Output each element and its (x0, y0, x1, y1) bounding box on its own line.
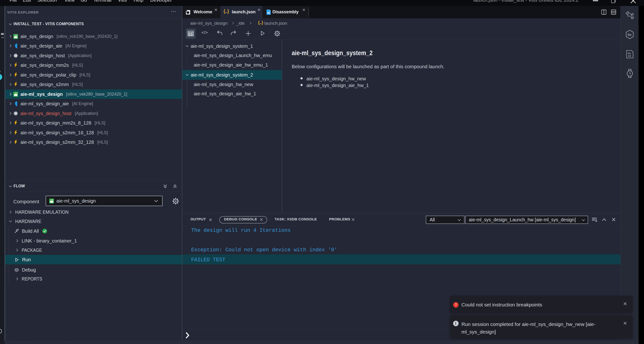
svg-text:0x: 0x (628, 32, 632, 36)
svg-text:10: 10 (628, 55, 631, 58)
